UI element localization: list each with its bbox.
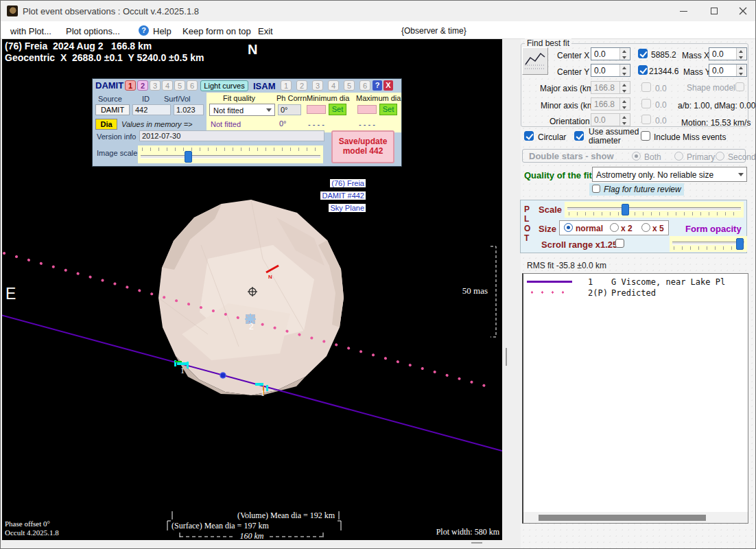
close-button[interactable] (729, 1, 756, 21)
scale-slider[interactable] (565, 202, 744, 218)
damit-model-4-button[interactable]: 4 (162, 80, 173, 91)
set-minimum-button[interactable]: Set (329, 104, 346, 115)
image-scale-slider[interactable] (138, 145, 323, 163)
spinner-buttons[interactable] (736, 48, 746, 60)
both-radio[interactable] (632, 152, 641, 161)
quality-dropdown[interactable]: Astrometry only. No reliable size (592, 167, 747, 182)
isam-4-button[interactable]: 4 (328, 80, 339, 91)
spinner-buttons[interactable] (619, 48, 630, 60)
minimize-button[interactable] (670, 1, 697, 21)
spin-down-icon[interactable] (620, 71, 629, 77)
mass-x-spinner[interactable]: 0.0 (709, 47, 747, 60)
maximize-button[interactable] (700, 1, 728, 21)
size-x5-radio[interactable] (641, 223, 650, 232)
horizontal-splitter-handle[interactable] (471, 542, 482, 544)
slider-ticks (142, 148, 319, 151)
center-y-label: Center Y (557, 67, 589, 77)
major-axis-err-checkbox[interactable] (641, 82, 651, 92)
flag-review-checkbox[interactable] (592, 185, 600, 193)
scroll-range-checkbox[interactable] (615, 239, 624, 248)
spin-down-icon (620, 120, 629, 126)
secondary-label: Secondary (728, 152, 756, 162)
include-miss-checkbox[interactable] (641, 131, 650, 141)
orientation-err-checkbox[interactable] (641, 115, 651, 124)
set-maximum-button[interactable]: Set (379, 104, 397, 115)
help-icon[interactable]: ? (139, 25, 149, 36)
size-normal-radio[interactable] (564, 223, 573, 232)
isam-6-button[interactable]: 6 (359, 80, 370, 91)
isam-2-button[interactable]: 2 (296, 80, 307, 91)
size-x2-radio[interactable] (610, 223, 619, 232)
primary-radio[interactable] (674, 152, 683, 161)
center-x-spinner[interactable]: 0.0 (591, 47, 630, 60)
scale-slider-thumb[interactable] (622, 204, 629, 215)
damit-model-2-button[interactable]: 2 (137, 80, 148, 91)
isam-1-button[interactable]: 1 (281, 80, 292, 91)
spin-down-icon[interactable] (737, 54, 746, 60)
damit-model-3-button[interactable]: 3 (150, 80, 161, 91)
spin-down-icon[interactable] (737, 71, 746, 77)
isam-3-button[interactable]: 3 (312, 80, 323, 91)
spin-up-icon[interactable] (620, 48, 629, 54)
vertical-splitter[interactable] (502, 39, 521, 540)
list-item[interactable]: 1 G Viscome, near Lake Pl (523, 274, 748, 285)
damit-model-1-button[interactable]: 1 (125, 80, 136, 91)
slider-groove (672, 242, 744, 245)
plot-vertical-t: T (524, 233, 529, 243)
x-sigma-checkbox[interactable] (638, 49, 648, 58)
primary-label: Primary (687, 152, 715, 162)
form-opacity-slider[interactable] (670, 236, 747, 252)
spin-down-icon (620, 104, 629, 110)
list-item[interactable]: 2(P) Predicted (523, 285, 748, 296)
menu-exit[interactable]: Exit (258, 26, 273, 36)
ph-corrn-field[interactable]: 0° (278, 104, 301, 115)
id-field[interactable]: 442 (132, 104, 171, 115)
y-sigma-checkbox[interactable] (638, 65, 648, 75)
size-normal-label: normal (576, 224, 603, 233)
major-axis-spinner[interactable]: 166.8 (591, 81, 630, 94)
isam-5-button[interactable]: 5 (344, 80, 355, 91)
form-opacity-thumb[interactable] (736, 238, 744, 250)
minimum-dia-field[interactable] (307, 105, 326, 114)
source-button[interactable]: DAMIT (95, 104, 130, 115)
spin-down-icon[interactable] (620, 54, 629, 60)
horizontal-scrollbar[interactable] (523, 512, 748, 523)
center-y-spinner[interactable]: 0.0 (591, 64, 630, 77)
dia-button[interactable]: Dia (95, 119, 117, 130)
chord1b-label: 1 (261, 388, 265, 399)
minor-axis-err: 0.0 (655, 100, 667, 110)
surfvol-field[interactable]: 1.023 (174, 104, 204, 115)
image-scale-thumb[interactable] (185, 151, 192, 163)
find-best-fit-button[interactable] (522, 47, 548, 75)
fit-quality-dropdown[interactable]: Not fitted (209, 104, 275, 116)
damit-close-button[interactable]: X (383, 80, 393, 91)
light-curves-button[interactable]: Light curves (200, 80, 248, 91)
use-assumed-checkbox[interactable] (574, 131, 584, 141)
secondary-radio[interactable] (716, 152, 724, 161)
spin-up-icon[interactable] (620, 65, 629, 71)
shape-model-checkbox[interactable] (735, 82, 744, 91)
orientation-spinner[interactable]: 0.0 (591, 113, 630, 126)
scrollbar-thumb[interactable] (539, 515, 706, 521)
vertical-splitter-handle[interactable] (506, 348, 507, 366)
menu-keep-on-top[interactable]: Keep form on top (182, 26, 251, 36)
save-update-model-button[interactable]: Save/update model 442 (331, 130, 394, 163)
mass-y-spinner[interactable]: 0.0 (709, 64, 747, 77)
spinner-buttons[interactable] (619, 65, 630, 76)
observations-list[interactable]: 1 G Viscome, near Lake Pl 2(P) Predicted (522, 273, 748, 524)
spin-up-icon[interactable] (737, 65, 746, 71)
spinner-buttons[interactable] (736, 65, 746, 76)
spin-up-icon[interactable] (737, 48, 746, 54)
phase-offset-label: Phase offset 0° (5, 519, 50, 528)
version-info-field[interactable]: 2012-07-30 (139, 130, 324, 141)
damit-model-5-button[interactable]: 5 (174, 80, 185, 91)
minor-axis-spinner[interactable]: 166.8 (591, 97, 630, 110)
menu-help[interactable]: Help (153, 26, 172, 36)
damit-model-6-button[interactable]: 6 (187, 80, 198, 91)
menu-plot-options[interactable]: Plot options... (66, 26, 120, 36)
circular-checkbox[interactable] (524, 131, 534, 141)
menu-with-plot[interactable]: with Plot... (10, 26, 51, 36)
minor-axis-err-checkbox[interactable] (641, 99, 651, 108)
maximum-dia-field[interactable] (357, 105, 377, 114)
damit-help-button[interactable]: ? (373, 80, 382, 91)
